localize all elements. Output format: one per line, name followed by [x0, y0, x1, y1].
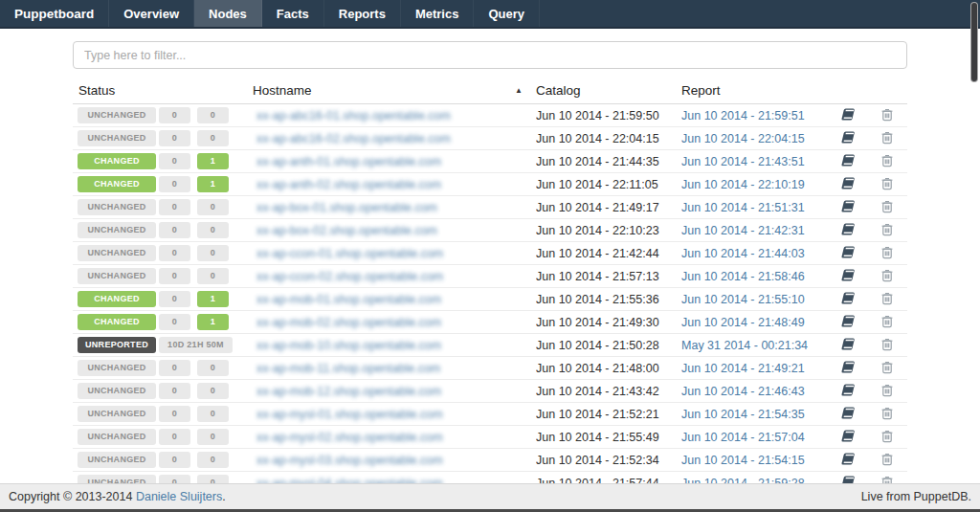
- nav-item-facts[interactable]: Facts: [262, 0, 324, 27]
- hostname-link[interactable]: xx-ap-mob-01.shop.opentable.com: [256, 293, 441, 306]
- report-book-icon[interactable]: [840, 406, 856, 423]
- report-timestamp-link[interactable]: Jun 10 2014 - 21:49:21: [681, 362, 805, 375]
- delete-trash-icon[interactable]: [880, 452, 894, 469]
- report-timestamp-link[interactable]: Jun 10 2014 - 21:51:31: [681, 201, 805, 214]
- report-timestamp-link[interactable]: Jun 10 2014 - 21:55:10: [681, 293, 805, 306]
- report-book-icon[interactable]: [840, 268, 856, 285]
- status-badge: UNCHANGED: [78, 130, 156, 146]
- delete-trash-icon[interactable]: [880, 176, 894, 193]
- report-timestamp-link[interactable]: Jun 10 2014 - 21:42:31: [681, 224, 805, 237]
- failed-count-badge: 0: [159, 222, 190, 238]
- report-book-icon[interactable]: [840, 245, 856, 262]
- report-timestamp-link[interactable]: Jun 10 2014 - 21:59:51: [681, 109, 805, 122]
- report-book-icon[interactable]: [840, 176, 856, 193]
- report-timestamp-link[interactable]: Jun 10 2014 - 21:58:46: [681, 270, 805, 283]
- failed-count-badge: 0: [159, 153, 190, 169]
- hostname-link[interactable]: xx-ap-mysl-03.shop.opentable.com: [256, 454, 443, 467]
- hostname-link[interactable]: xx-ap-mysl-02.shop.opentable.com: [256, 431, 443, 444]
- node-table-row: UNCHANGED 0 0 xx-ap-mysl-03.shop.opentab…: [73, 449, 907, 472]
- report-book-icon[interactable]: [840, 337, 856, 354]
- report-book-icon[interactable]: [840, 291, 856, 308]
- report-timestamp-link[interactable]: Jun 10 2014 - 22:04:15: [681, 132, 805, 145]
- author-link[interactable]: Daniele Sluijters: [136, 490, 222, 503]
- delete-trash-icon[interactable]: [880, 406, 894, 423]
- filter-input[interactable]: [73, 41, 907, 69]
- hostname-link[interactable]: xx-ap-anth-01.shop.opentable.com: [256, 155, 441, 168]
- report-book-icon[interactable]: [840, 130, 856, 147]
- hostname-link[interactable]: xx-ap-box-01.shop.opentable.com: [256, 201, 437, 214]
- catalog-timestamp: Jun 10 2014 - 21:43:42: [536, 380, 681, 403]
- hostname-link[interactable]: xx-ap-mysl-01.shop.opentable.com: [256, 408, 443, 421]
- catalog-timestamp: Jun 10 2014 - 21:55:36: [536, 288, 681, 311]
- hostname-link[interactable]: xx-ap-mob-11.shop.opentable.com: [256, 362, 440, 375]
- report-book-icon[interactable]: [840, 452, 856, 469]
- nav-item-nodes[interactable]: Nodes: [194, 0, 262, 27]
- column-header-report[interactable]: Report: [681, 80, 829, 104]
- delete-trash-icon[interactable]: [880, 153, 894, 170]
- report-timestamp-link[interactable]: Jun 10 2014 - 21:44:03: [681, 247, 805, 260]
- report-book-icon[interactable]: [840, 429, 856, 446]
- catalog-timestamp: Jun 10 2014 - 21:44:35: [536, 150, 681, 173]
- status-badge: CHANGED: [78, 314, 156, 330]
- report-timestamp-link[interactable]: Jun 10 2014 - 21:46:43: [681, 385, 805, 398]
- unreported-duration-badge: 10D 21H 50M: [159, 337, 233, 353]
- report-timestamp-link[interactable]: Jun 10 2014 - 21:54:15: [681, 454, 805, 467]
- delete-trash-icon[interactable]: [880, 314, 894, 331]
- hostname-link[interactable]: xx-ap-abc16-02.shop.opentable.com: [256, 132, 451, 145]
- changed-count-badge: 0: [197, 107, 229, 123]
- changed-count-badge: 0: [197, 383, 229, 399]
- report-timestamp-link[interactable]: Jun 10 2014 - 21:43:51: [681, 155, 805, 168]
- nav-item-overview[interactable]: Overview: [109, 0, 194, 27]
- nav-item-query[interactable]: Query: [474, 0, 540, 27]
- delete-trash-icon[interactable]: [880, 130, 894, 147]
- delete-trash-icon[interactable]: [880, 268, 894, 285]
- report-book-icon[interactable]: [840, 153, 856, 170]
- hostname-link[interactable]: xx-ap-anth-02.shop.opentable.com: [256, 178, 441, 191]
- failed-count-badge: 0: [159, 360, 190, 376]
- node-table-row: UNCHANGED 0 0 xx-ap-ccon-01.shop.opentab…: [73, 242, 907, 265]
- hostname-link[interactable]: xx-ap-box-02.shop.opentable.com: [256, 224, 437, 237]
- delete-trash-icon[interactable]: [880, 360, 894, 377]
- delete-trash-icon[interactable]: [880, 245, 894, 262]
- hostname-link[interactable]: xx-ap-mob-12.shop.opentable.com: [256, 385, 441, 398]
- hostname-link[interactable]: xx-ap-mob-02.shop.opentable.com: [256, 316, 441, 329]
- column-header-catalog[interactable]: Catalog: [536, 80, 681, 104]
- report-timestamp-link[interactable]: Jun 10 2014 - 22:10:19: [681, 178, 805, 191]
- report-timestamp-link[interactable]: Jun 10 2014 - 21:57:04: [681, 431, 805, 444]
- report-book-icon[interactable]: [840, 107, 856, 124]
- report-timestamp-link[interactable]: May 31 2014 - 00:21:34: [681, 339, 808, 352]
- report-book-icon[interactable]: [840, 314, 856, 331]
- report-book-icon[interactable]: [840, 383, 856, 400]
- brand-puppetboard[interactable]: Puppetboard: [0, 0, 109, 27]
- changed-count-badge: 0: [197, 268, 229, 284]
- delete-trash-icon[interactable]: [880, 222, 894, 239]
- report-book-icon[interactable]: [840, 222, 856, 239]
- delete-trash-icon[interactable]: [880, 291, 894, 308]
- hostname-link[interactable]: xx-ap-ccon-01.shop.opentable.com: [256, 247, 443, 260]
- hostname-link[interactable]: xx-ap-ccon-02.shop.opentable.com: [256, 270, 443, 283]
- column-header-hostname[interactable]: Hostname ▲: [245, 80, 536, 104]
- report-book-icon[interactable]: [840, 360, 856, 377]
- delete-trash-icon[interactable]: [880, 199, 894, 216]
- report-timestamp-link[interactable]: Jun 10 2014 - 21:48:49: [681, 316, 805, 329]
- catalog-timestamp: Jun 10 2014 - 21:49:17: [536, 196, 681, 219]
- nav-item-reports[interactable]: Reports: [324, 0, 401, 27]
- column-header-status: Status: [73, 80, 245, 104]
- report-book-icon[interactable]: [840, 199, 856, 216]
- delete-trash-icon[interactable]: [880, 383, 894, 400]
- node-table-row: CHANGED 0 1 xx-ap-anth-01.shop.opentable…: [73, 150, 907, 173]
- nav-item-metrics[interactable]: Metrics: [401, 0, 475, 27]
- status-badge: UNCHANGED: [78, 107, 156, 123]
- hostname-link[interactable]: xx-ap-abc16-01.shop.opentable.com: [256, 109, 451, 122]
- delete-trash-icon[interactable]: [880, 337, 894, 354]
- catalog-timestamp: Jun 10 2014 - 21:42:44: [536, 242, 681, 265]
- changed-count-badge: 0: [197, 245, 229, 261]
- delete-trash-icon[interactable]: [880, 107, 894, 124]
- changed-count-badge: 1: [197, 176, 229, 192]
- catalog-timestamp: Jun 10 2014 - 22:11:05: [536, 173, 681, 196]
- delete-trash-icon[interactable]: [880, 429, 894, 446]
- hostname-link[interactable]: xx-ap-mob-10.shop.opentable.com: [256, 339, 441, 352]
- status-badge: UNCHANGED: [78, 222, 156, 238]
- vertical-scrollbar-thumb[interactable]: [970, 2, 978, 82]
- report-timestamp-link[interactable]: Jun 10 2014 - 21:54:35: [681, 408, 805, 421]
